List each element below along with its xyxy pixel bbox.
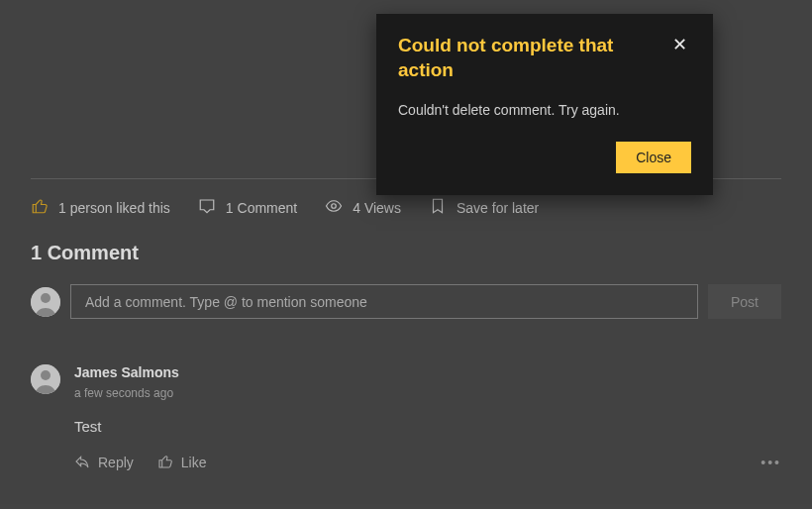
avatar (31, 364, 60, 394)
reply-label: Reply (98, 455, 134, 470)
comments-stat[interactable]: 1 Comment (198, 197, 297, 218)
comment-timestamp: a few seconds ago (74, 386, 781, 400)
comment-input[interactable] (70, 284, 698, 319)
like-button[interactable]: Like (157, 454, 207, 472)
post-button[interactable]: Post (708, 284, 781, 319)
thumbs-up-icon (157, 454, 173, 472)
thumbs-up-icon (31, 197, 49, 218)
error-toast: Could not complete that action ✕ Couldn'… (376, 14, 713, 195)
reply-icon (74, 454, 90, 472)
svg-point-2 (41, 293, 51, 303)
reply-button[interactable]: Reply (74, 454, 134, 472)
close-icon[interactable]: ✕ (668, 34, 691, 55)
svg-point-0 (332, 204, 337, 209)
comments-heading: 1 Comment (31, 242, 781, 264)
close-button[interactable]: Close (616, 142, 691, 173)
likes-text: 1 person liked this (58, 200, 170, 216)
bookmark-icon (429, 197, 447, 218)
views-stat[interactable]: 4 Views (325, 197, 401, 218)
like-label: Like (181, 455, 207, 470)
compose-row: Post (31, 284, 781, 319)
save-stat[interactable]: Save for later (429, 197, 539, 218)
eye-icon (325, 197, 343, 218)
likes-stat[interactable]: 1 person liked this (31, 197, 170, 218)
svg-point-4 (41, 370, 51, 380)
comment-text: Test (74, 418, 781, 435)
toast-message: Couldn't delete comment. Try again. (398, 102, 691, 118)
comment-author: James Salmons (74, 364, 781, 380)
toast-title: Could not complete that action (398, 34, 646, 82)
comment-icon (198, 197, 216, 218)
avatar (31, 287, 60, 317)
comments-text: 1 Comment (226, 200, 297, 216)
views-text: 4 Views (353, 200, 401, 216)
save-text: Save for later (457, 200, 539, 216)
more-button[interactable]: ••• (755, 451, 787, 474)
comment-item: James Salmons a few seconds ago Test Rep… (31, 364, 781, 474)
